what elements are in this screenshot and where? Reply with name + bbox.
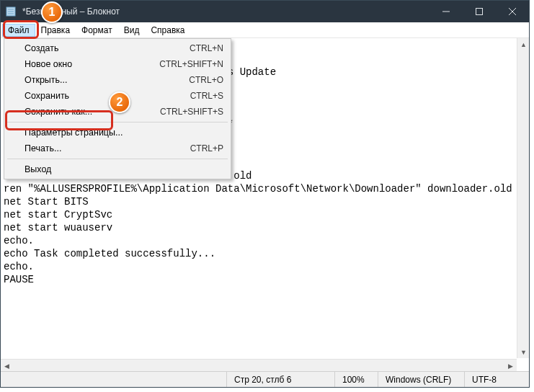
menu-separator: [7, 122, 228, 122]
menu-item-label: Сохранить как...: [25, 107, 160, 117]
status-zoom: 100%: [334, 372, 378, 387]
close-button[interactable]: [496, 1, 529, 22]
scroll-right-icon[interactable]: ▶: [504, 360, 517, 372]
menu-exit[interactable]: Выход: [6, 161, 229, 177]
titlebar: *Безымянный – Блокнот: [1, 1, 529, 22]
menu-separator: [7, 159, 228, 159]
menu-item-shortcut: CTRL+N: [190, 43, 223, 53]
menu-save[interactable]: Сохранить CTRL+S: [6, 88, 229, 104]
horizontal-scrollbar[interactable]: ◀ ▶: [1, 359, 517, 371]
svg-rect-5: [476, 9, 483, 15]
scroll-up-icon[interactable]: ▲: [517, 38, 530, 50]
menu-item-label: Сохранить: [25, 91, 190, 101]
menu-item-label: Печать...: [25, 143, 190, 153]
menu-new-window[interactable]: Новое окно CTRL+SHIFT+N: [6, 56, 229, 72]
menu-open[interactable]: Открыть... CTRL+O: [6, 72, 229, 88]
menu-save-as[interactable]: Сохранить как... CTRL+SHIFT+S: [6, 104, 229, 120]
menu-item-label: Выход: [25, 164, 223, 174]
menu-print[interactable]: Печать... CTRL+P: [6, 141, 229, 156]
menu-item-shortcut: CTRL+SHIFT+S: [160, 107, 223, 117]
menu-item-shortcut: CTRL+S: [190, 91, 223, 101]
status-eol: Windows (CRLF): [378, 372, 464, 387]
notepad-window: *Безымянный – Блокнот Файл Правка Формат…: [0, 0, 530, 388]
menu-item-shortcut: CTRL+P: [190, 143, 223, 153]
menubar: Файл Правка Формат Вид Справка: [1, 22, 529, 38]
menu-format[interactable]: Формат: [76, 24, 118, 37]
menu-view[interactable]: Вид: [118, 24, 146, 37]
maximize-button[interactable]: [463, 1, 496, 22]
menu-page-setup[interactable]: Параметры страницы...: [6, 125, 229, 141]
vertical-scrollbar[interactable]: ▲ ▼: [517, 38, 529, 358]
scroll-left-icon[interactable]: ◀: [1, 360, 13, 372]
file-menu-dropdown: Создать CTRL+N Новое окно CTRL+SHIFT+N О…: [4, 38, 231, 179]
menu-item-shortcut: CTRL+O: [189, 75, 223, 85]
menu-item-shortcut: CTRL+SHIFT+N: [159, 59, 223, 69]
menu-create[interactable]: Создать CTRL+N: [6, 40, 229, 56]
statusbar: Стр 20, стлб 6 100% Windows (CRLF) UTF-8: [1, 371, 529, 387]
menu-item-label: Новое окно: [25, 59, 159, 69]
status-encoding: UTF-8: [464, 372, 529, 387]
menu-item-label: Открыть...: [25, 75, 189, 85]
menu-help[interactable]: Справка: [145, 24, 190, 37]
menu-edit[interactable]: Правка: [35, 24, 76, 37]
menu-item-label: Параметры страницы...: [25, 128, 223, 138]
menu-item-label: Создать: [25, 43, 190, 53]
minimize-button[interactable]: [430, 1, 463, 22]
menu-file[interactable]: Файл: [2, 24, 35, 37]
notepad-icon: [5, 6, 17, 17]
status-position: Стр 20, стлб 6: [226, 372, 334, 387]
window-title: *Безымянный – Блокнот: [21, 6, 430, 17]
scroll-down-icon[interactable]: ▼: [517, 346, 530, 358]
